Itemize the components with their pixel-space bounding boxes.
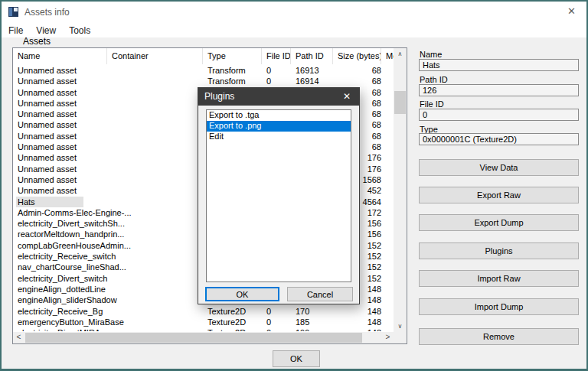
menu-item-tools[interactable]: Tools bbox=[69, 24, 90, 38]
menu-bar: FileViewTools bbox=[2, 23, 586, 37]
plugin-options-list: Export to .tgaExport to .pngEdit bbox=[206, 109, 351, 282]
type-field[interactable] bbox=[419, 133, 579, 145]
asset-row[interactable]: Unnamed assetTransform01691468 bbox=[13, 76, 394, 86]
cell-name: engineAlign_sliderShadow bbox=[18, 295, 117, 305]
scroll-up-icon[interactable]: ∧ bbox=[394, 48, 407, 60]
table-header: Name Container Type File ID Path ID Size… bbox=[13, 48, 394, 64]
column-header-name[interactable]: Name bbox=[13, 48, 107, 64]
cell-name: Unnamed asset bbox=[18, 87, 77, 98]
cell-name: electricity_Receive_Bg bbox=[18, 306, 103, 317]
cell-size: 148 bbox=[318, 327, 381, 331]
assets-group-label: Assets bbox=[23, 36, 51, 47]
cell-pid: 16914 bbox=[296, 76, 319, 86]
plugins-button[interactable]: Plugins bbox=[419, 242, 579, 259]
scroll-left-icon[interactable]: < bbox=[13, 332, 24, 343]
cell-name: Unnamed asset bbox=[18, 119, 77, 130]
asset-row[interactable]: electricity_DivertMIRA...Texture2D019914… bbox=[13, 327, 394, 331]
scroll-down-icon[interactable]: ∨ bbox=[394, 321, 407, 332]
cell-name: Unnamed asset bbox=[18, 76, 77, 86]
cell-name: Hats bbox=[16, 197, 83, 207]
app-icon bbox=[8, 7, 18, 17]
horizontal-scrollbar-thumb[interactable] bbox=[25, 333, 362, 343]
title-bar: Assets info ✕ bbox=[2, 2, 586, 23]
asset-row[interactable]: electricity_Receive_BgTexture2D0170148 bbox=[13, 306, 394, 317]
cell-type: Texture2D bbox=[207, 317, 246, 327]
export-raw-button[interactable]: Export Raw bbox=[419, 187, 579, 203]
cell-name: electricity_Receive_switch bbox=[18, 251, 116, 262]
menu-item-file[interactable]: File bbox=[8, 24, 23, 38]
plugins-dialog-title-bar: Plugins ✕ bbox=[198, 88, 359, 106]
horizontal-scrollbar[interactable]: < > bbox=[13, 332, 394, 343]
plugins-dialog: Plugins ✕ Export to .tgaExport to .pngEd… bbox=[198, 87, 360, 304]
cell-name: reactorMeltdown_handprin... bbox=[18, 229, 124, 239]
export-dump-button[interactable]: Export Dump bbox=[419, 214, 579, 231]
file-id-field[interactable] bbox=[419, 109, 579, 121]
cell-size: 68 bbox=[318, 65, 381, 76]
cell-name: Unnamed asset bbox=[18, 174, 77, 185]
cell-fid: 0 bbox=[266, 317, 271, 327]
cell-name: electricity_Divert_switch bbox=[18, 273, 107, 284]
cell-name: Unnamed asset bbox=[18, 142, 77, 152]
scrollbar-corner bbox=[394, 332, 407, 343]
vertical-scrollbar-thumb[interactable] bbox=[394, 91, 406, 114]
import-dump-button[interactable]: Import Dump bbox=[419, 298, 579, 315]
plugin-option[interactable]: Export to .png bbox=[207, 121, 351, 132]
cell-name: Unnamed asset bbox=[18, 65, 77, 76]
cell-name: Unnamed asset bbox=[18, 109, 77, 119]
vertical-scrollbar[interactable]: ∧ ∨ bbox=[394, 48, 407, 332]
cell-name: engineAlign_dottedLine bbox=[18, 284, 106, 295]
column-header-container[interactable]: Container bbox=[107, 48, 203, 64]
cell-size: 68 bbox=[318, 76, 381, 86]
assets-info-window: Assets info ✕ FileViewTools Assets Name … bbox=[2, 2, 586, 369]
column-header-modified[interactable]: Modi bbox=[381, 48, 394, 64]
close-icon[interactable]: ✕ bbox=[564, 5, 579, 17]
plugins-dialog-cancel-button[interactable]: Cancel bbox=[287, 287, 353, 301]
name-field[interactable] bbox=[419, 59, 579, 71]
column-header-path-id[interactable]: Path ID bbox=[291, 48, 333, 64]
cell-name: electricity_Divert_switchSh... bbox=[18, 218, 125, 229]
cell-name: nav_chartCourse_lineShad... bbox=[18, 262, 126, 272]
path-id-field[interactable] bbox=[419, 84, 579, 96]
cell-name: Unnamed asset bbox=[18, 185, 77, 196]
cell-name: Unnamed asset bbox=[18, 131, 77, 142]
plugins-dialog-title: Plugins bbox=[204, 88, 234, 105]
cell-name: Unnamed asset bbox=[18, 98, 77, 109]
cell-type: Texture2D bbox=[207, 306, 246, 317]
cell-type: Texture2D bbox=[207, 327, 246, 331]
window-title: Assets info bbox=[24, 7, 70, 18]
plugin-option[interactable]: Edit bbox=[207, 132, 351, 142]
cell-pid: 16913 bbox=[296, 65, 319, 76]
name-field-label: Name bbox=[420, 50, 442, 59]
path-id-field-label: Path ID bbox=[420, 75, 448, 84]
cell-type: Transform bbox=[207, 65, 246, 76]
cell-fid: 0 bbox=[266, 65, 271, 76]
cell-fid: 0 bbox=[266, 76, 271, 86]
cell-name: Unnamed asset bbox=[18, 152, 77, 163]
cell-name: Unnamed asset bbox=[18, 164, 77, 174]
cell-pid: 185 bbox=[296, 317, 309, 327]
cell-fid: 0 bbox=[266, 327, 271, 331]
cell-name: compLabGreenHouseAdmin... bbox=[18, 240, 131, 251]
remove-button[interactable]: Remove bbox=[419, 328, 579, 345]
cell-name: Admin-Comms-Elec-Engine-... bbox=[18, 207, 132, 218]
plugins-dialog-ok-button[interactable]: OK bbox=[205, 287, 279, 301]
cell-name: emergencyButton_MiraBase bbox=[18, 317, 124, 327]
asset-row[interactable]: emergencyButton_MiraBaseTexture2D0185148 bbox=[13, 317, 394, 327]
asset-row[interactable]: Unnamed assetTransform01691368 bbox=[13, 65, 394, 76]
view-data-button[interactable]: View Data bbox=[419, 159, 579, 176]
cell-fid: 0 bbox=[266, 306, 271, 317]
scroll-right-icon[interactable]: > bbox=[382, 332, 394, 343]
plugin-option[interactable]: Export to .tga bbox=[207, 110, 351, 121]
cell-name: electricity_DivertMIRA... bbox=[18, 327, 107, 331]
cell-pid: 170 bbox=[296, 306, 309, 317]
cell-pid: 199 bbox=[296, 327, 309, 331]
column-header-type[interactable]: Type bbox=[203, 48, 262, 64]
column-header-size[interactable]: Size (bytes) bbox=[333, 48, 381, 64]
column-header-file-id[interactable]: File ID bbox=[262, 48, 291, 64]
ok-button[interactable]: OK bbox=[273, 350, 320, 367]
file-id-field-label: File ID bbox=[420, 99, 444, 109]
cell-size: 148 bbox=[318, 317, 381, 327]
cell-size: 148 bbox=[318, 306, 381, 317]
plugins-dialog-close-icon[interactable]: ✕ bbox=[341, 88, 353, 105]
import-raw-button[interactable]: Import Raw bbox=[419, 270, 579, 287]
